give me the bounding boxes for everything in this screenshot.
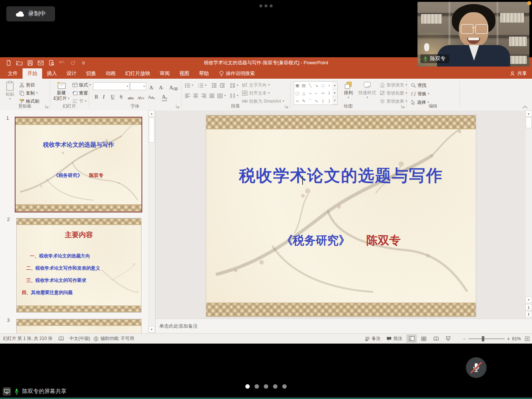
carousel-dot[interactable] (264, 384, 268, 389)
spellcheck-button[interactable] (58, 334, 64, 344)
notes-toggle[interactable]: 备注 (365, 334, 381, 344)
language-indicator[interactable]: 中文(中国) (69, 334, 90, 344)
layout-button[interactable]: 版式▾ (72, 81, 91, 89)
drawing-dialog-launcher[interactable] (401, 105, 405, 108)
increase-indent-button[interactable] (219, 82, 225, 89)
tab-transitions[interactable]: 切换 (81, 68, 101, 79)
align-right-button[interactable] (201, 92, 207, 99)
shape-fill-button[interactable]: 形状填充▾ (380, 81, 407, 89)
shapes-gallery[interactable]: ▣▤╲↘□○ ▢△¬⌐⇨⇩ ▱✎⌒∿{} (294, 81, 333, 105)
font-dialog-launcher[interactable] (176, 105, 180, 108)
tab-slideshow[interactable]: 幻灯片放映 (120, 68, 155, 79)
slide-canvas[interactable]: 税收学术论文的选题与写作 《税务研究》 陈双专 (206, 115, 476, 317)
replace-button[interactable]: 替换▾ (411, 90, 429, 98)
recording-badge[interactable]: 录制中 (6, 6, 55, 21)
change-case-button[interactable]: Aa▾ (148, 92, 155, 100)
thumbnail-scrollbar[interactable]: ▲ ▼ (148, 110, 155, 333)
tab-design[interactable]: 设计 (62, 68, 81, 79)
tab-review[interactable]: 审阅 (155, 68, 175, 79)
tab-help[interactable]: 帮助 (194, 68, 214, 79)
video-carousel-dots[interactable] (0, 384, 532, 389)
carousel-dot[interactable] (245, 384, 250, 389)
scroll-up-button[interactable]: ▲ (149, 110, 155, 117)
font-color-button[interactable]: A▾ (162, 92, 167, 101)
font-name-combo[interactable]: ▾ (93, 82, 130, 90)
cut-button[interactable]: 剪切 (19, 81, 35, 89)
microphone-mute-button[interactable] (466, 357, 487, 378)
zoom-out-button[interactable]: - (463, 334, 465, 344)
zoom-level[interactable]: 81% (512, 334, 521, 344)
bold-button[interactable]: B (95, 92, 98, 100)
clear-formatting-button[interactable]: A⌫ (169, 83, 178, 91)
zoom-in-button[interactable]: + (507, 334, 510, 344)
tab-insert[interactable]: 插入 (42, 68, 62, 79)
accessibility-indicator[interactable]: 辅助功能: 不可用 (93, 334, 134, 344)
tell-me-search[interactable]: 操作说明搜索 (219, 68, 255, 79)
notes-pane[interactable]: 单击此处添加备注 (156, 318, 532, 333)
align-text-button[interactable]: 对齐文本▾ (242, 89, 270, 97)
collapse-ribbon-icon[interactable] (522, 106, 528, 109)
reset-button[interactable]: 重置 (72, 89, 88, 97)
strikethrough-abc-button[interactable]: abc (128, 92, 134, 100)
comments-toggle[interactable]: 批注 (386, 334, 402, 344)
meeting-controls-handle[interactable] (259, 4, 273, 7)
reading-view-button[interactable] (431, 334, 441, 343)
tab-animations[interactable]: 动画 (101, 68, 120, 79)
carousel-dot[interactable] (255, 384, 259, 389)
slide-thumbnail-1[interactable]: 税收学术论文的选题与写作 《税务研究》 陈双专 (15, 117, 142, 212)
justify-button[interactable] (209, 92, 215, 99)
columns-button[interactable]: ▾ (230, 92, 238, 99)
line-spacing-button[interactable]: ▾ (230, 82, 238, 89)
copy-button[interactable]: 复制▾ (19, 89, 38, 97)
paste-button[interactable]: 粘贴▾ (3, 81, 17, 100)
previous-slide-button[interactable]: ▲▲ (525, 304, 532, 310)
scrollbar-thumb[interactable] (149, 117, 154, 143)
zoom-slider[interactable] (468, 334, 505, 344)
slide-sorter-view-button[interactable] (419, 334, 429, 343)
scroll-down-button[interactable]: ▼ (525, 297, 532, 303)
font-size-combo[interactable]: ▾ (130, 82, 146, 90)
quick-styles-button[interactable]: 快速样式▾ (357, 81, 378, 99)
scrollbar-thumb[interactable] (526, 117, 532, 128)
editor-scrollbar[interactable]: ▲ ▼ ▲▲ ▼▼ (525, 110, 532, 318)
tab-home[interactable]: 开始 (23, 68, 42, 79)
shapes-gallery-scroll[interactable]: ▲▼⊽ (332, 81, 338, 105)
tab-view[interactable]: 视图 (175, 68, 194, 79)
decrease-indent-button[interactable] (211, 82, 217, 89)
ribbon-tab-bar: 文件 开始 插入 设计 切换 动画 幻灯片放映 审阅 视图 帮助 操作说明搜索 (0, 68, 532, 79)
bullets-button[interactable]: ▾ (185, 82, 193, 89)
numbering-button[interactable]: ▾ (198, 82, 207, 89)
paragraph-dialog-launcher[interactable] (285, 105, 289, 108)
clipboard-dialog-launcher[interactable] (45, 105, 49, 108)
scroll-up-button[interactable]: ▲ (525, 110, 532, 117)
participant-video-tile[interactable]: 陈双专 (417, 2, 529, 66)
normal-view-button[interactable] (406, 334, 417, 343)
fit-to-window-button[interactable] (525, 334, 530, 344)
distribute-button[interactable]: ▾ (217, 92, 226, 99)
tab-file[interactable]: 文件 (3, 68, 23, 79)
italic-button[interactable]: I (103, 92, 105, 100)
character-spacing-button[interactable]: AV▾ (137, 92, 144, 100)
paragraph-group-label: 段落 (181, 103, 290, 109)
share-button[interactable]: 共享 (510, 68, 527, 79)
underline-button[interactable]: U (111, 92, 115, 100)
align-center-button[interactable] (193, 92, 198, 99)
new-slide-button[interactable]: 新建 幻灯片▾ (52, 81, 71, 101)
strikethrough-button[interactable]: S (120, 92, 123, 100)
carousel-dot[interactable] (282, 384, 287, 389)
shape-outline-button[interactable]: 形状轮廓▾ (380, 89, 407, 97)
zoom-slider-thumb[interactable] (482, 336, 484, 341)
next-slide-button[interactable]: ▼▼ (525, 311, 532, 317)
text-direction-button[interactable]: 文字方向▾ (242, 81, 270, 89)
arrange-button[interactable]: 排列▾ (341, 81, 356, 99)
slideshow-view-button[interactable] (443, 334, 453, 343)
align-left-button[interactable] (185, 92, 190, 99)
slide-position[interactable]: 幻灯片 第 1 张, 共 210 张 (3, 334, 52, 344)
carousel-dot[interactable] (273, 384, 277, 389)
grow-font-button[interactable]: Aˆ (149, 83, 154, 91)
scroll-down-button[interactable]: ▼ (149, 326, 155, 332)
shrink-font-button[interactable]: Aˇ (159, 83, 164, 91)
find-button[interactable]: 查找 (411, 82, 426, 89)
slide-thumbnail-2[interactable]: 主要内容 一、税收学术论文的选题方向 二、税收学术论文写作和发表的意义 三、税收… (16, 218, 141, 313)
slide-thumbnail-3[interactable] (16, 319, 141, 333)
